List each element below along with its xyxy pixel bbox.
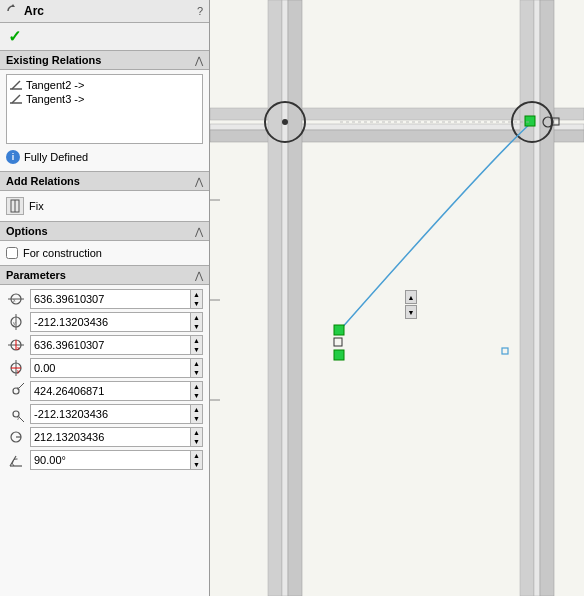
title-bar: Arc ? [0,0,209,23]
param-input-ey[interactable] [31,405,190,423]
param-spin-down-ry[interactable]: ▼ [191,368,202,377]
param-icon-cy: y [6,312,26,332]
param-row-cx: x ▲ ▼ [6,289,203,309]
options-collapse-icon: ⋀ [195,226,203,237]
param-spin-up-rx[interactable]: ▲ [191,336,202,345]
param-input-rx[interactable] [31,336,190,354]
for-construction-label: For construction [23,247,102,259]
info-icon: i [6,150,20,164]
fix-label: Fix [29,200,44,212]
cad-viewport[interactable]: ▲ ▼ [210,0,584,596]
param-icon-ry: y [6,358,26,378]
fix-icon [6,197,24,215]
for-construction-checkbox[interactable] [6,247,18,259]
param-input-angle-wrapper: ▲ ▼ [30,450,203,470]
existing-relations-collapse-icon: ⋀ [195,55,203,66]
add-relations-content: Fix [0,191,209,221]
existing-relations-content: Tangent2 -> Tangent3 -> i Fully Defined [0,70,209,171]
param-row-angle: ▲ ▼ [6,450,203,470]
svg-line-1 [12,81,20,89]
param-input-cy-wrapper: ▲ ▼ [30,312,203,332]
add-relations-title: Add Relations [6,175,80,187]
options-title: Options [6,225,48,237]
param-input-ex[interactable] [31,382,190,400]
param-spin-down-radius[interactable]: ▼ [191,437,202,446]
tangent-icon-1 [10,79,22,91]
scroll-controls: ▲ ▼ [405,290,417,319]
param-spin-up-ry[interactable]: ▲ [191,359,202,368]
tangent-icon-2 [10,93,22,105]
add-relations-collapse-icon: ⋀ [195,176,203,187]
param-spinners-angle: ▲ ▼ [190,451,202,469]
help-button[interactable]: ? [197,5,203,17]
svg-rect-39 [534,0,540,596]
param-input-cx-wrapper: ▲ ▼ [30,289,203,309]
svg-point-42 [282,119,288,125]
existing-relations-header[interactable]: Existing Relations ⋀ [0,50,209,70]
parameters-content: x ▲ ▼ y ▲ ▼ [0,285,209,596]
param-spinners-rx: ▲ ▼ [190,336,202,354]
param-icon-angle [6,450,26,470]
relations-list: Tangent2 -> Tangent3 -> [6,74,203,144]
properties-panel: Arc ? ✓ Existing Relations ⋀ Tangent2 -> [0,0,210,596]
param-row-rx: x ▲ ▼ [6,335,203,355]
fix-row: Fix [6,195,203,217]
svg-rect-40 [540,0,554,596]
relation-label-1: Tangent2 -> [26,79,84,91]
param-spin-up-radius[interactable]: ▲ [191,428,202,437]
param-spin-up-angle[interactable]: ▲ [191,451,202,460]
param-spin-down-ex[interactable]: ▼ [191,391,202,400]
param-icon-rx: x [6,335,26,355]
param-spin-up-cx[interactable]: ▲ [191,290,202,299]
param-spinners-ex: ▲ ▼ [190,382,202,400]
param-spin-up-ex[interactable]: ▲ [191,382,202,391]
svg-rect-47 [334,350,344,360]
param-spinners-ey: ▲ ▼ [190,405,202,423]
parameters-header[interactable]: Parameters ⋀ [0,265,209,285]
param-spin-up-cy[interactable]: ▲ [191,313,202,322]
scroll-down-button[interactable]: ▼ [405,305,417,319]
param-input-ey-wrapper: ▲ ▼ [30,404,203,424]
arc-title-icon [6,4,20,18]
param-row-cy: y ▲ ▼ [6,312,203,332]
param-input-cx[interactable] [31,290,190,308]
cad-canvas [210,0,584,596]
param-input-ex-wrapper: ▲ ▼ [30,381,203,401]
svg-rect-35 [268,0,282,596]
svg-rect-45 [334,325,344,335]
param-spinners-radius: ▲ ▼ [190,428,202,446]
scroll-up-button[interactable]: ▲ [405,290,417,304]
param-input-angle[interactable] [31,451,190,469]
confirm-area[interactable]: ✓ [0,23,209,50]
svg-rect-49 [525,116,535,126]
parameters-collapse-icon: ⋀ [195,270,203,281]
param-row-radius: ▲ ▼ [6,427,203,447]
param-spinners-cy: ▲ ▼ [190,313,202,331]
param-row-ex: x ▲ ▼ [6,381,203,401]
param-spinners-cx: ▲ ▼ [190,290,202,308]
param-input-rx-wrapper: ▲ ▼ [30,335,203,355]
svg-line-3 [12,95,20,103]
list-item: Tangent2 -> [10,78,199,92]
param-spinners-ry: ▲ ▼ [190,359,202,377]
options-header[interactable]: Options ⋀ [0,221,209,241]
param-input-cy[interactable] [31,313,190,331]
svg-rect-36 [282,0,288,596]
param-icon-radius [6,427,26,447]
add-relations-header[interactable]: Add Relations ⋀ [0,171,209,191]
param-spin-down-angle[interactable]: ▼ [191,460,202,469]
param-spin-down-ey[interactable]: ▼ [191,414,202,423]
relation-label-2: Tangent3 -> [26,93,84,105]
param-spin-down-cx[interactable]: ▼ [191,299,202,308]
svg-text:x: x [13,297,16,303]
param-input-radius-wrapper: ▲ ▼ [30,427,203,447]
param-input-radius[interactable] [31,428,190,446]
confirm-icon[interactable]: ✓ [8,28,21,45]
for-construction-row: For construction [6,245,203,261]
param-spin-up-ey[interactable]: ▲ [191,405,202,414]
param-input-ry[interactable] [31,359,190,377]
param-spin-down-rx[interactable]: ▼ [191,345,202,354]
param-icon-ex: x [6,381,26,401]
param-spin-down-cy[interactable]: ▼ [191,322,202,331]
options-content: For construction [0,241,209,265]
